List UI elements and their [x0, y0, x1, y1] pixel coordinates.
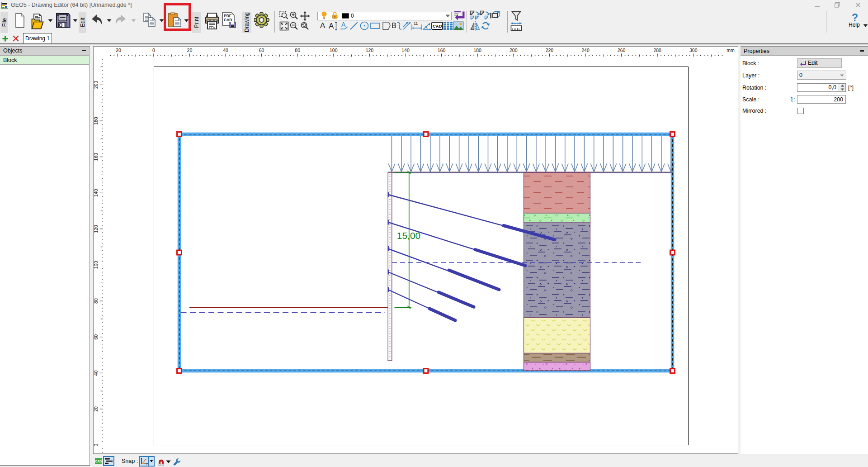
svg-text:280: 280	[653, 48, 661, 53]
svg-text:220: 220	[546, 48, 554, 53]
svg-text:300: 300	[689, 48, 698, 53]
svg-text:40: 40	[93, 370, 99, 376]
svg-text:200: 200	[509, 48, 518, 53]
svg-text:40: 40	[223, 48, 228, 53]
svg-text:-20: -20	[114, 48, 121, 53]
svg-text:0: 0	[93, 443, 99, 446]
svg-text:160: 160	[438, 48, 446, 53]
svg-text:60: 60	[93, 334, 99, 340]
svg-text:100: 100	[330, 48, 338, 53]
svg-text:20: 20	[93, 406, 99, 412]
svg-text:200: 200	[93, 81, 99, 89]
svg-text:240: 240	[581, 48, 590, 53]
svg-text:100: 100	[93, 261, 99, 269]
svg-text:15,00: 15,00	[397, 230, 421, 241]
svg-text:120: 120	[366, 48, 374, 53]
svg-text:CAD: CAD	[95, 460, 102, 463]
svg-text:mm: mm	[726, 48, 735, 53]
svg-text:140: 140	[401, 48, 410, 53]
svg-text:120: 120	[93, 225, 99, 233]
svg-text:180: 180	[473, 48, 481, 53]
svg-text:80: 80	[295, 48, 300, 53]
svg-text:20: 20	[187, 48, 193, 53]
svg-text:180: 180	[93, 117, 99, 125]
svg-text:60: 60	[259, 48, 264, 53]
svg-text:160: 160	[93, 153, 99, 161]
svg-text:80: 80	[93, 298, 99, 304]
svg-text:0: 0	[152, 48, 155, 53]
svg-text:260: 260	[618, 48, 626, 53]
svg-text:140: 140	[93, 189, 99, 197]
